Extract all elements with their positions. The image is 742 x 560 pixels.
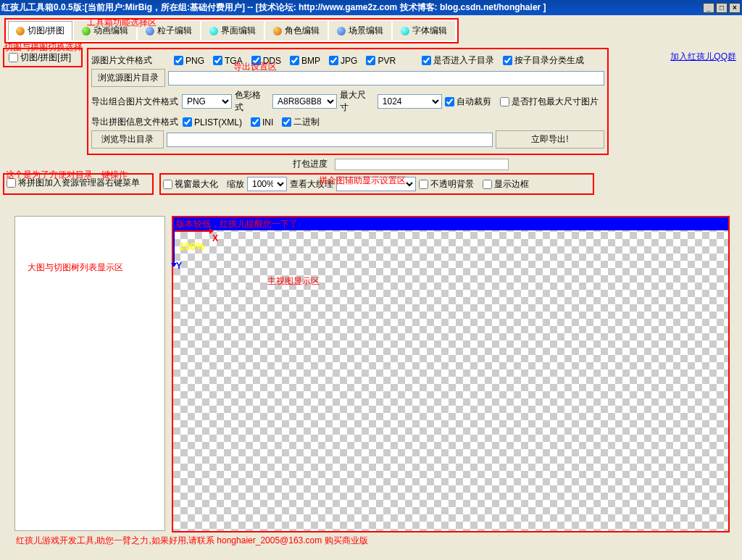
zoom-select[interactable]: 100% — [247, 177, 287, 191]
tab-0[interactable]: 切图/拼图 — [8, 21, 72, 41]
opaque-bg[interactable]: 不透明背景 — [419, 178, 474, 191]
tab-label: 字体编辑 — [412, 25, 447, 37]
window-titlebar: 红孩儿工具箱0.0.5版:[当前用户:MirBig，所在组:基础付费用户] --… — [0, 0, 742, 15]
tab-3[interactable]: 界面编辑 — [201, 21, 264, 41]
export-section: 导出设置区 源图片文件格式 PNG TGA DDS BMP JPG PVR 是否… — [87, 48, 609, 155]
close-button[interactable]: × — [729, 3, 741, 13]
annotation-main-view: 主视图显示区 — [267, 275, 320, 288]
combo-format-select[interactable]: PNG — [182, 94, 232, 109]
view-header: 版本较低，红孩儿提醒您一下丫 — [173, 217, 728, 230]
y-axis — [173, 230, 175, 263]
tab-icon — [209, 27, 218, 35]
by-dir-gen[interactable]: 按子目录分类生成 — [503, 54, 584, 67]
fmt-binary[interactable]: 二进制 — [282, 116, 320, 128]
pack-progress-label: 打包进度 — [293, 158, 328, 170]
tab-icon — [16, 27, 25, 35]
show-border[interactable]: 显示边框 — [483, 178, 529, 191]
recurse-subdir[interactable]: 是否进入子目录 — [422, 54, 494, 67]
fmt-jpg[interactable]: JPG — [329, 56, 357, 66]
maximize-view[interactable]: 视窗最大化 — [163, 178, 218, 191]
zoom-label: 缩放 — [227, 178, 244, 191]
zoom-display: 100% — [179, 241, 205, 252]
fmt-png[interactable]: PNG — [174, 56, 204, 66]
switch-checkbox[interactable] — [9, 53, 18, 62]
pack-max-size[interactable]: 是否打包最大尺寸图片 — [500, 96, 599, 108]
maximize-button[interactable]: □ — [716, 3, 728, 13]
tab-icon — [401, 27, 409, 35]
window-buttons: _ □ × — [703, 3, 741, 13]
main-view-container: 版本较低，红孩儿提醒您一下丫 X Y 100% 主视图显示区 — [172, 216, 730, 532]
max-size-select[interactable]: 1024 — [378, 94, 442, 109]
x-axis — [173, 230, 209, 232]
tab-icon — [273, 27, 282, 35]
source-format-label: 源图片文件格式 — [91, 54, 171, 67]
browse-output-button[interactable]: 浏览导出目录 — [91, 130, 164, 149]
qq-group-link[interactable]: 加入红孩儿QQ群 — [670, 51, 736, 62]
tab-4[interactable]: 角色编辑 — [265, 21, 328, 41]
max-size-label: 最大尺寸 — [340, 89, 375, 114]
color-format-select[interactable]: A8R8G8B8 — [272, 94, 337, 109]
tab-label: 角色编辑 — [285, 25, 320, 37]
export-now-button[interactable]: 立即导出! — [496, 130, 604, 149]
tab-icon — [337, 27, 346, 35]
info-format-label: 导出拼图信息文件格式 — [91, 116, 180, 128]
tab-label: 界面编辑 — [221, 25, 256, 37]
output-path-input[interactable] — [167, 133, 493, 147]
main-view[interactable]: 版本较低，红孩儿提醒您一下丫 X Y 100% 主视图显示区 — [173, 217, 728, 531]
tab-label: 粒子编辑 — [157, 25, 192, 37]
fmt-pvr[interactable]: PVR — [366, 56, 396, 66]
annotation-display: 拼合图辅助显示设置区 — [319, 175, 406, 187]
browse-source-button[interactable]: 浏览源图片目录 — [91, 69, 165, 87]
annotation-context-menu: 这个是为了方便对目录一键操作 — [6, 169, 128, 181]
annotation-tree: 大图与切图树列表显示区 — [28, 262, 123, 274]
tab-label: 场景编辑 — [349, 25, 383, 37]
tabs-container: 切图/拼图动画编辑粒子编辑界面编辑角色编辑场景编辑字体编辑 — [4, 18, 459, 43]
minimize-button[interactable]: _ — [703, 3, 714, 13]
x-axis-label: X — [212, 233, 218, 243]
window-title: 红孩儿工具箱0.0.5版:[当前用户:MirBig，所在组:基础付费用户] --… — [1, 1, 703, 14]
fmt-bmp[interactable]: BMP — [290, 56, 320, 66]
auto-crop[interactable]: 自动裁剪 — [445, 96, 491, 108]
y-axis-label: Y — [176, 261, 182, 271]
tab-label: 切图/拼图 — [28, 25, 64, 37]
footer-text: 红孩儿游戏开发工具,助您一臂之力,如果好用,请联系 honghaier_2005… — [16, 535, 368, 547]
annotation-switch: 切图与拼图切换选择 — [4, 41, 83, 54]
progress-bar — [335, 159, 509, 170]
annotation-tabs: 工具箱功能选择区 — [87, 17, 157, 29]
tab-6[interactable]: 字体编辑 — [393, 21, 455, 41]
color-format-label: 色彩格式 — [235, 89, 270, 114]
combo-format-label: 导出组合图片文件格式 — [91, 96, 179, 108]
tab-5[interactable]: 场景编辑 — [329, 21, 391, 41]
annotation-export: 导出设置区 — [233, 61, 277, 73]
fmt-ini[interactable]: INI — [251, 117, 273, 128]
fmt-plist[interactable]: PLIST(XML) — [183, 117, 242, 128]
